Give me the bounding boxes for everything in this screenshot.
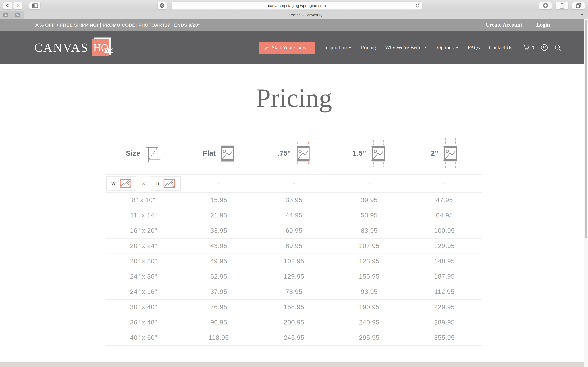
column-header-flat: Flat (181, 144, 256, 162)
browser-window: canvashq.staging.wpengine.com (0, 0, 588, 367)
tab-title: Pricing – CanvasHQ (289, 13, 322, 17)
price-15-cell: 155.95 (332, 273, 407, 280)
height-input[interactable]: h (151, 176, 181, 190)
depth-075-column-label: .75" (277, 149, 291, 158)
pinned-tab-w[interactable]: W (12, 11, 24, 19)
search-icon (555, 44, 561, 51)
price-15-cell: 39.95 (332, 196, 407, 204)
price-15-cell: 295.95 (332, 334, 407, 341)
custom-price-flat: - (181, 181, 256, 186)
nav-item[interactable]: Why We’re Better (385, 44, 428, 51)
size-cell: 20" x 30" (106, 258, 181, 265)
reload-icon[interactable] (415, 3, 420, 8)
nav-item[interactable]: Contact Us (489, 44, 512, 51)
nav-item-label: Why We’re Better (385, 44, 423, 51)
scrollbar-track[interactable] (584, 19, 588, 367)
chevron-down-icon (456, 47, 458, 49)
price-2-cell: 148.95 (407, 258, 482, 265)
size-cell: 40" x 60" (106, 334, 181, 341)
size-cell: 30" x 40" (106, 303, 181, 311)
nav-item[interactable]: Pricing (361, 44, 376, 51)
height-input-label: h (156, 181, 159, 186)
pricing-row: 20" x 30" 49.95 102.95 123.95 148.95 (106, 254, 482, 269)
price-075-cell: 102.95 (256, 258, 331, 265)
price-2-cell: 129.95 (407, 242, 482, 250)
price-2-cell: 112.95 (407, 288, 482, 295)
share-button[interactable] (555, 2, 568, 9)
logo[interactable]: CANVAS HQ ™ (34, 39, 110, 56)
custom-price-2: - (407, 181, 482, 186)
price-15-cell: 240.95 (332, 319, 407, 326)
price-15-cell: 123.95 (332, 258, 407, 265)
pricing-row: 36" x 48" 96.95 200.95 240.95 289.95 (106, 315, 482, 330)
price-075-cell: 69.95 (256, 227, 331, 234)
size-cell: 24" x 16" (106, 288, 181, 295)
main-content: Pricing Size Flat (0, 64, 588, 363)
price-2-cell: 229.95 (407, 303, 482, 311)
active-tab[interactable]: Pricing – CanvasHQ + (24, 11, 588, 19)
price-15-cell: 190.95 (332, 303, 407, 311)
nav-item-label: Options (437, 44, 454, 51)
start-your-canvas-button[interactable]: Start Your Canvas (259, 42, 315, 54)
sidebar-toggle-button[interactable] (29, 2, 41, 9)
flat-price-cell: 62.95 (181, 273, 256, 280)
depth-2-column-label: 2" (431, 149, 438, 158)
custom-price-15: - (332, 181, 407, 186)
extension-hexagon-icon (160, 3, 165, 8)
new-tab-button[interactable]: + (581, 12, 583, 17)
nav-item[interactable]: Options (437, 44, 458, 51)
size-cell: 11" x 14" (106, 212, 181, 219)
promo-message: 30% OFF + FREE SHIPPING! | PROMO CODE: P… (34, 22, 200, 27)
size-dimensions-icon (145, 144, 161, 162)
canvas-thumbnail-icon (164, 179, 175, 188)
flat-price-cell: 96.95 (181, 319, 256, 326)
flat-price-cell: 118.95 (181, 334, 256, 341)
pinned-tab-a[interactable]: A (0, 11, 12, 19)
price-2-cell: 355.95 (407, 334, 482, 341)
promo-bar: 30% OFF + FREE SHIPPING! | PROMO CODE: P… (0, 19, 588, 31)
depth-15-column-label: 1.5" (353, 149, 366, 158)
back-chevron-icon (6, 3, 9, 8)
price-2-cell: 289.95 (407, 319, 482, 326)
width-input[interactable]: w (106, 176, 137, 190)
downloads-button[interactable] (539, 2, 552, 9)
tab-overview-button[interactable] (572, 2, 585, 9)
site-header: CANVAS HQ ™ Start Your Canvas Inspiratio… (0, 31, 588, 64)
account-button[interactable] (541, 44, 548, 51)
nav-item[interactable]: FAQs (468, 44, 480, 51)
create-account-link[interactable]: Create Account (486, 22, 522, 28)
browser-toolbar: canvashq.staging.wpengine.com (0, 0, 588, 11)
scrollbar-thumb[interactable] (585, 20, 587, 239)
custom-price-075: - (256, 181, 331, 186)
custom-size-row: w X h (106, 174, 482, 192)
magic-wand-icon (264, 45, 269, 50)
pricing-row: 8" x 10" 15.95 33.95 39.95 47.95 (106, 192, 482, 208)
share-icon (560, 3, 564, 8)
nav-item[interactable]: Inspiration (324, 44, 352, 51)
column-header-size: Size (106, 144, 181, 162)
pricing-row: 20" x 24" 43.95 89.95 107.95 129.95 (106, 238, 482, 254)
forward-chevron-icon (16, 3, 20, 8)
pricing-row: 30" x 40" 76.95 158.95 190.95 229.95 (106, 300, 482, 315)
price-2-cell: 187.95 (407, 273, 482, 280)
width-input-label: w (112, 181, 115, 186)
price-2-cell: 64.95 (407, 212, 482, 219)
forward-button[interactable] (13, 2, 22, 9)
logo-trademark: ™ (103, 46, 113, 58)
price-075-cell: 129.95 (256, 273, 331, 280)
flat-price-cell: 49.95 (181, 258, 256, 265)
flat-price-cell: 43.95 (181, 242, 256, 250)
extension-button[interactable] (157, 2, 167, 9)
login-link[interactable]: Login (536, 22, 550, 28)
search-button[interactable] (555, 44, 561, 51)
size-cell: 24" x 36" (106, 273, 181, 280)
pinned-tab-a-badge: A (3, 13, 8, 17)
pricing-table: Size Flat (106, 139, 482, 345)
cart-icon (523, 44, 530, 51)
cart-button[interactable]: 0 (523, 44, 534, 51)
url-bar[interactable]: canvashq.staging.wpengine.com (171, 1, 423, 10)
dimension-separator: X (142, 181, 145, 186)
back-button[interactable] (3, 2, 12, 9)
column-header-15: 1.5" (332, 140, 407, 167)
flat-price-cell: 33.95 (181, 227, 256, 234)
